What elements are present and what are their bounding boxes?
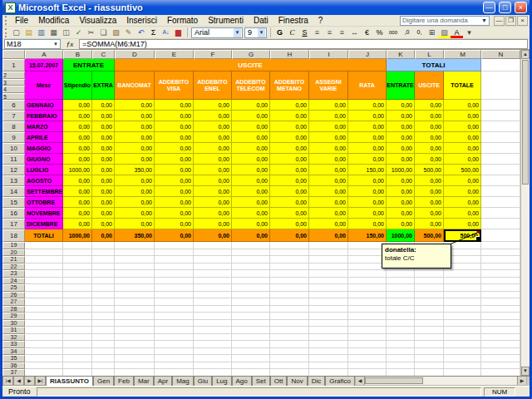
cell[interactable] [444, 341, 481, 348]
cell[interactable] [309, 249, 348, 257]
cell[interactable] [63, 256, 92, 264]
cell[interactable] [115, 278, 155, 285]
value-cell[interactable]: 0,00 [309, 132, 348, 143]
cell[interactable] [232, 278, 270, 285]
tab-scroll-next-icon[interactable]: ▶ [24, 377, 35, 386]
value-cell[interactable]: 0,00 [270, 208, 309, 219]
cell[interactable] [270, 369, 309, 376]
cell[interactable] [309, 292, 348, 299]
row-header-5[interactable]: 5 [2, 93, 25, 101]
cell[interactable] [232, 270, 270, 278]
cell[interactable] [63, 264, 92, 271]
value-cell[interactable]: 0,00 [115, 100, 155, 111]
cell[interactable] [63, 334, 92, 342]
cell[interactable] [481, 256, 520, 264]
column-title-cell[interactable]: USCITE [415, 71, 444, 100]
column-title-cell[interactable]: ADDEBITO VISA [155, 71, 194, 100]
cell[interactable] [348, 284, 387, 292]
cell[interactable] [387, 270, 415, 278]
cell[interactable] [92, 242, 115, 249]
cell[interactable] [444, 369, 481, 376]
cell[interactable] [444, 270, 481, 278]
cell[interactable] [481, 369, 520, 376]
cell[interactable] [92, 292, 115, 299]
row-header-19[interactable]: 19 [2, 242, 25, 249]
cell[interactable] [25, 270, 63, 278]
value-cell[interactable]: 0,00 [309, 219, 348, 229]
cell[interactable] [481, 100, 520, 111]
row-header-3[interactable]: 3 [2, 79, 25, 86]
row-header-7[interactable]: 7 [2, 111, 25, 121]
cell[interactable] [115, 242, 155, 249]
row-header-26[interactable]: 26 [2, 292, 25, 299]
value-cell[interactable]: 0,00 [155, 186, 194, 197]
cell[interactable] [115, 270, 155, 278]
value-cell[interactable]: 0,00 [155, 165, 194, 175]
sheet-tab-set[interactable]: Set [252, 377, 270, 387]
font-size-combo[interactable]: 9 ▼ [244, 27, 267, 38]
month-cell[interactable]: APRILE [25, 132, 63, 143]
cell[interactable] [387, 369, 415, 376]
cell[interactable] [194, 362, 232, 370]
sheet-tab-mar[interactable]: Mar [134, 377, 154, 387]
value-cell[interactable]: 0,00 [63, 121, 92, 132]
value-cell[interactable]: 0,00 [348, 219, 387, 229]
value-cell[interactable]: 0,00 [63, 208, 92, 219]
cell[interactable] [115, 264, 155, 271]
cell[interactable] [444, 334, 481, 342]
sheet-tab-grafico[interactable]: Grafico [325, 377, 355, 387]
value-cell[interactable]: 0,00 [194, 100, 232, 111]
cell[interactable] [232, 306, 270, 313]
value-cell[interactable]: 0,00 [270, 197, 309, 208]
cell[interactable] [387, 362, 415, 370]
value-cell[interactable]: 0,00 [155, 219, 194, 229]
value-cell[interactable]: 0,00 [415, 197, 444, 208]
value-cell[interactable]: 0,00 [92, 175, 115, 186]
tab-scroll-prev-icon[interactable]: ◀ [13, 377, 24, 386]
cell[interactable] [387, 348, 415, 356]
row-header-20[interactable]: 20 [2, 249, 25, 257]
cell[interactable] [309, 334, 348, 342]
cell[interactable] [348, 327, 387, 334]
cell[interactable] [115, 369, 155, 376]
cell[interactable] [444, 348, 481, 356]
cell[interactable] [115, 256, 155, 264]
value-cell[interactable]: 0,00 [444, 132, 481, 143]
menu-item-visualizza[interactable]: Visualizza [74, 15, 121, 26]
cell[interactable] [481, 320, 520, 328]
paste-icon[interactable]: ▧ [110, 27, 122, 38]
value-cell[interactable]: 0,00 [155, 154, 194, 165]
month-cell[interactable]: FEBBRAIO [25, 111, 63, 121]
cell[interactable] [232, 284, 270, 292]
total-value-cell[interactable]: 350,00 [115, 229, 155, 242]
cell[interactable] [415, 306, 444, 313]
row-header-8[interactable]: 8 [2, 121, 25, 132]
undo-icon[interactable]: ↶ [135, 27, 147, 38]
value-cell[interactable]: 0,00 [63, 132, 92, 143]
value-cell[interactable]: 500,00 [444, 165, 481, 175]
row-header-14[interactable]: 14 [2, 186, 25, 197]
cell[interactable] [270, 284, 309, 292]
cell[interactable] [387, 313, 415, 320]
cell[interactable] [155, 264, 194, 271]
value-cell[interactable]: 0,00 [415, 100, 444, 111]
value-cell[interactable]: 0,00 [444, 175, 481, 186]
value-cell[interactable]: 0,00 [270, 132, 309, 143]
cell[interactable] [92, 327, 115, 334]
cell[interactable] [481, 111, 520, 121]
cell[interactable] [348, 369, 387, 376]
value-cell[interactable]: 0,00 [232, 111, 270, 121]
column-header-H[interactable]: H [270, 50, 309, 59]
cell[interactable] [270, 341, 309, 348]
value-cell[interactable]: 0,00 [309, 175, 348, 186]
value-cell[interactable]: 0,00 [63, 111, 92, 121]
row-header-37[interactable]: 37 [2, 369, 25, 376]
cell[interactable] [155, 278, 194, 285]
cell[interactable] [387, 334, 415, 342]
value-cell[interactable]: 0,00 [194, 111, 232, 121]
cell[interactable] [415, 341, 444, 348]
percent-icon[interactable]: % [373, 27, 386, 38]
cell[interactable] [348, 292, 387, 299]
cell[interactable] [481, 306, 520, 313]
cell[interactable] [348, 298, 387, 306]
